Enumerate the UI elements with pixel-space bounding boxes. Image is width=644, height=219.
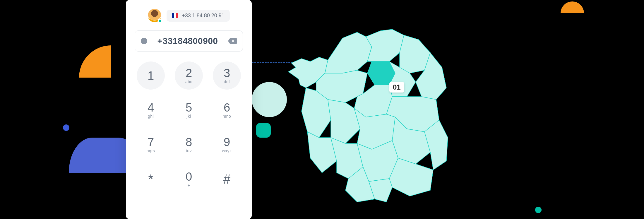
france-map: 01 bbox=[284, 15, 465, 205]
keypad-digit: 5 bbox=[186, 102, 192, 113]
keypad: 12abc3def4ghi5jkl6mno7pqrs8tuv9wxyz*0+# bbox=[137, 61, 241, 193]
keypad-digit: 2 bbox=[186, 67, 192, 79]
keypad-digit: 6 bbox=[224, 102, 230, 113]
keypad-digit: # bbox=[223, 173, 230, 186]
region-code-label: 01 bbox=[389, 82, 404, 93]
keypad-digit: 3 bbox=[224, 67, 230, 79]
keypad-digit: 8 bbox=[186, 136, 192, 148]
keypad-digit: 9 bbox=[224, 136, 230, 148]
dialer-header: +33 1 84 80 20 91 bbox=[148, 9, 230, 22]
decor-blue-dot bbox=[63, 124, 69, 131]
add-contact-icon[interactable] bbox=[141, 38, 147, 44]
keypad-key-9[interactable]: 9wxyz bbox=[213, 131, 241, 159]
caller-number-text: +33 1 84 80 20 91 bbox=[182, 13, 225, 19]
keypad-letters: mno bbox=[223, 114, 231, 119]
number-input[interactable]: +33184800900 bbox=[135, 30, 243, 52]
keypad-key-5[interactable]: 5jkl bbox=[175, 96, 203, 124]
decor-mint-circle bbox=[252, 82, 287, 117]
keypad-key-7[interactable]: 7pqrs bbox=[137, 131, 165, 159]
keypad-letters: abc bbox=[185, 79, 192, 84]
decor-orange-quarter bbox=[79, 45, 111, 78]
keypad-digit: 7 bbox=[148, 136, 154, 148]
avatar[interactable] bbox=[148, 9, 161, 22]
dialer-panel: +33 1 84 80 20 91 +33184800900 12abc3def… bbox=[126, 0, 252, 219]
number-input-value: +33184800900 bbox=[151, 36, 224, 46]
keypad-letters: jkl bbox=[187, 114, 191, 119]
decor-teal-dot bbox=[535, 207, 542, 213]
keypad-letters: wxyz bbox=[222, 148, 232, 153]
keypad-digit: 0 bbox=[186, 171, 192, 182]
france-map-svg bbox=[284, 15, 465, 205]
keypad-digit: 1 bbox=[148, 70, 154, 81]
keypad-key-8[interactable]: 8tuv bbox=[175, 131, 203, 159]
decor-teal-squircle bbox=[256, 123, 271, 138]
keypad-key-0[interactable]: 0+ bbox=[175, 165, 203, 193]
keypad-key-4[interactable]: 4ghi bbox=[137, 96, 165, 124]
keypad-letters: pqrs bbox=[146, 148, 155, 153]
keypad-key-3[interactable]: 3def bbox=[213, 61, 241, 90]
keypad-digit: * bbox=[148, 173, 153, 186]
keypad-letters: tuv bbox=[186, 148, 192, 153]
keypad-key-*[interactable]: * bbox=[137, 165, 165, 193]
keypad-letters: ghi bbox=[148, 114, 154, 119]
keypad-key-#[interactable]: # bbox=[213, 165, 241, 193]
caller-number-pill[interactable]: +33 1 84 80 20 91 bbox=[167, 10, 230, 22]
keypad-digit: 4 bbox=[148, 102, 154, 113]
presence-indicator-icon bbox=[158, 19, 162, 23]
keypad-key-2[interactable]: 2abc bbox=[175, 61, 203, 90]
decor-orange-half bbox=[561, 1, 584, 13]
keypad-key-1[interactable]: 1 bbox=[137, 61, 165, 90]
backspace-icon[interactable] bbox=[228, 38, 237, 44]
keypad-letters: def bbox=[224, 79, 230, 84]
keypad-key-6[interactable]: 6mno bbox=[213, 96, 241, 124]
france-flag-icon bbox=[172, 13, 178, 18]
keypad-letters: + bbox=[188, 183, 190, 188]
